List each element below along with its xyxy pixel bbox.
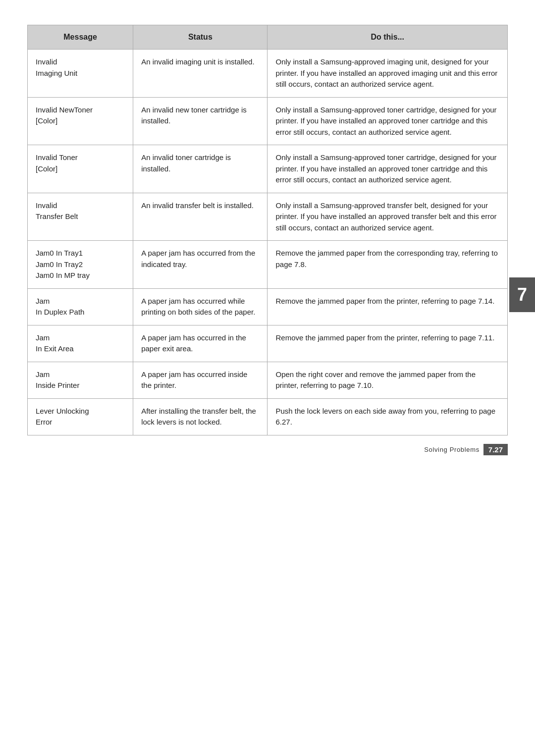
- table-row: Jam0 In Tray1 Jam0 In Tray2 Jam0 In MP t…: [28, 241, 508, 289]
- cell-message-1: Invalid NewToner [Color]: [28, 97, 133, 145]
- cell-dothis-8: Push the lock levers on each side away f…: [268, 398, 508, 435]
- cell-status-6: A paper jam has occurred in the paper ex…: [133, 325, 268, 362]
- cell-status-8: After installing the transfer belt, the …: [133, 398, 268, 435]
- cell-status-5: A paper jam has occurred while printing …: [133, 288, 268, 325]
- cell-message-0: Invalid Imaging Unit: [28, 50, 133, 98]
- header-dothis: Do this...: [268, 25, 508, 50]
- table-row: Invalid Toner [Color]An invalid toner ca…: [28, 145, 508, 193]
- cell-status-7: A paper jam has occurred inside the prin…: [133, 362, 268, 398]
- table-row: Jam In Exit AreaA paper jam has occurred…: [28, 325, 508, 362]
- cell-status-4: A paper jam has occurred from the indica…: [133, 241, 268, 289]
- cell-status-3: An invalid transfer belt is installed.: [133, 193, 268, 241]
- chapter-number: 7: [517, 284, 527, 305]
- page-container: 7 Message Status Do this... Invalid Imag…: [0, 0, 535, 475]
- cell-dothis-4: Remove the jammed paper from the corresp…: [268, 241, 508, 289]
- cell-dothis-3: Only install a Samsung-approved transfer…: [268, 193, 508, 241]
- table-row: Invalid NewToner [Color]An invalid new t…: [28, 97, 508, 145]
- chapter-tab: 7: [509, 277, 535, 312]
- cell-message-3: Invalid Transfer Belt: [28, 193, 133, 241]
- cell-dothis-5: Remove the jammed paper from the printer…: [268, 288, 508, 325]
- cell-message-4: Jam0 In Tray1 Jam0 In Tray2 Jam0 In MP t…: [28, 241, 133, 289]
- cell-message-2: Invalid Toner [Color]: [28, 145, 133, 193]
- table-row: Jam In Duplex PathA paper jam has occurr…: [28, 288, 508, 325]
- footer-label-text: Solving Problems: [424, 446, 480, 453]
- table-row: Invalid Transfer BeltAn invalid transfer…: [28, 193, 508, 241]
- cell-dothis-7: Open the right cover and remove the jamm…: [268, 362, 508, 398]
- table-row: Lever Unlocking ErrorAfter installing th…: [28, 398, 508, 435]
- cell-message-5: Jam In Duplex Path: [28, 288, 133, 325]
- cell-dothis-0: Only install a Samsung-approved imaging …: [268, 50, 508, 98]
- footer: Solving Problems 7.27: [424, 444, 508, 455]
- cell-status-2: An invalid toner cartridge is installed.: [133, 145, 268, 193]
- cell-message-6: Jam In Exit Area: [28, 325, 133, 362]
- footer-label: Solving Problems: [424, 446, 480, 453]
- cell-status-1: An invalid new toner cartridge is instal…: [133, 97, 268, 145]
- cell-status-0: An invalid imaging unit is installed.: [133, 50, 268, 98]
- header-status: Status: [133, 25, 268, 50]
- cell-dothis-2: Only install a Samsung-approved toner ca…: [268, 145, 508, 193]
- table-row: Jam Inside PrinterA paper jam has occurr…: [28, 362, 508, 398]
- table-row: Invalid Imaging UnitAn invalid imaging u…: [28, 50, 508, 98]
- error-table: Message Status Do this... Invalid Imagin…: [27, 25, 508, 435]
- table-header-row: Message Status Do this...: [28, 25, 508, 50]
- cell-dothis-1: Only install a Samsung-approved toner ca…: [268, 97, 508, 145]
- footer-page-badge: 7.27: [483, 444, 508, 455]
- cell-message-7: Jam Inside Printer: [28, 362, 133, 398]
- cell-dothis-6: Remove the jammed paper from the printer…: [268, 325, 508, 362]
- header-message: Message: [28, 25, 133, 50]
- cell-message-8: Lever Unlocking Error: [28, 398, 133, 435]
